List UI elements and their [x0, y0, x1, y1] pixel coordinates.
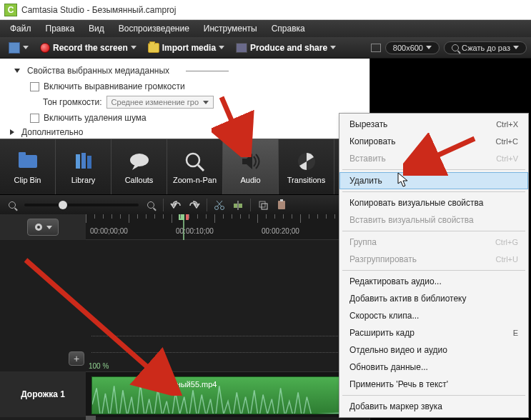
menu-playback[interactable]: Воспроизведение: [113, 22, 195, 35]
chevron-down-icon: [131, 46, 137, 49]
record-icon: [40, 43, 50, 53]
tab-transitions[interactable]: Transitions: [279, 139, 334, 194]
svg-rect-16: [259, 201, 265, 207]
split-button[interactable]: [232, 199, 244, 211]
ctx-item: Вставить визуальный свойства: [339, 211, 528, 229]
noise-removal-label: Включить удаления шума: [44, 113, 147, 123]
tab-library[interactable]: Library: [56, 139, 111, 194]
ctx-shortcut: Ctrl+U: [496, 255, 518, 264]
collapse-icon[interactable]: [14, 69, 20, 73]
zoom-in-icon[interactable]: [144, 199, 157, 211]
speaker-icon: [239, 151, 262, 172]
tab-label: Audio: [240, 176, 260, 184]
menu-help[interactable]: Справка: [266, 22, 311, 35]
record-label: Record the screen: [53, 43, 128, 53]
save-button[interactable]: [4, 40, 33, 56]
tab-zoom-pan[interactable]: Zoom-n-Pan: [167, 139, 223, 194]
ruler-time-1: 00:00:10;00: [176, 227, 214, 235]
main-toolbar: Record the screen Import media Produce a…: [0, 37, 531, 59]
ctx-label: Скорость клипа...: [349, 311, 419, 321]
ctx-item[interactable]: Копировать визуальные свойства: [339, 194, 528, 211]
svg-rect-4: [87, 156, 91, 169]
noise-removal-checkbox[interactable]: [30, 114, 39, 123]
menu-view[interactable]: Вид: [83, 22, 110, 35]
import-button[interactable]: Import media: [144, 41, 229, 55]
redo-button[interactable]: [188, 199, 201, 211]
ctx-item: РазгруппироватьCtrl+U: [339, 251, 528, 268]
preview-size-label: 800x600: [393, 44, 423, 52]
svg-rect-17: [262, 204, 267, 209]
menu-tools[interactable]: Инструменты: [198, 22, 263, 35]
chevron-down-icon: [426, 46, 432, 49]
volume-leveling-checkbox[interactable]: [30, 82, 39, 91]
zoom-slider[interactable]: [24, 204, 139, 206]
cut-button[interactable]: [213, 199, 226, 211]
ctx-label: Копировать визуальные свойства: [349, 198, 483, 208]
track-name: Дорожка 1: [21, 389, 65, 399]
add-track-button[interactable]: +: [69, 351, 84, 366]
ctx-item[interactable]: Добавить актив в библиотеку: [339, 290, 528, 307]
ctx-label: Вырезать: [349, 119, 387, 129]
svg-rect-14: [239, 204, 242, 208]
ctx-label: Вставить визуальный свойства: [349, 215, 474, 225]
svg-line-7: [198, 165, 204, 171]
timeline-settings-button[interactable]: [27, 219, 59, 236]
tone-select[interactable]: Среднее изменение гро: [106, 96, 214, 109]
ctx-item[interactable]: Удалить: [339, 172, 528, 189]
chevron-down-icon: [513, 46, 519, 49]
tab-audio[interactable]: Audio: [223, 139, 279, 194]
menu-edit[interactable]: Правка: [40, 22, 81, 35]
tab-clip-bin[interactable]: Clip Bin: [0, 139, 56, 194]
volume-leveling-label: Включить выравнивание громкости: [44, 81, 185, 91]
ctx-shortcut: Ctrl+G: [495, 238, 518, 246]
zoom-percent: 100 %: [89, 362, 109, 370]
undo-button[interactable]: [169, 199, 182, 211]
track-header[interactable]: Дорожка 1: [0, 371, 86, 417]
ctx-item[interactable]: Добавить маркер звука: [339, 398, 528, 415]
ctx-item[interactable]: Применить 'Речь в текст': [339, 376, 528, 393]
tab-callouts[interactable]: Callouts: [111, 139, 167, 194]
ctx-shortcut: Ctrl+C: [496, 137, 518, 146]
ctx-item[interactable]: КопироватьCtrl+C: [339, 133, 528, 150]
svg-rect-3: [81, 153, 86, 169]
tone-value: Среднее изменение гро: [111, 98, 199, 106]
ctx-label: Вставить: [349, 154, 386, 164]
chevron-down-icon: [23, 46, 29, 49]
zoom-out-icon[interactable]: [6, 199, 19, 211]
ctx-item[interactable]: Скорость клипа...: [339, 307, 528, 324]
ctx-item[interactable]: Редактировать аудио...: [339, 273, 528, 290]
ruler-time-2: 00:00:20;00: [262, 227, 299, 235]
menubar: Файл Правка Вид Воспроизведение Инструме…: [0, 20, 531, 37]
record-button[interactable]: Record the screen: [36, 41, 141, 55]
svg-point-6: [187, 154, 199, 166]
shrink-selector[interactable]: Сжать до раз: [444, 41, 527, 54]
copy-button[interactable]: [257, 199, 269, 211]
paste-button[interactable]: [275, 199, 288, 211]
svg-point-21: [37, 226, 40, 229]
ctx-item[interactable]: Обновить данные...: [339, 359, 528, 376]
app-icon: C: [4, 4, 17, 16]
ctx-item[interactable]: ВырезатьCtrl+X: [339, 116, 528, 133]
fullscreen-icon[interactable]: [371, 44, 381, 52]
chevron-down-icon: [219, 46, 224, 49]
tone-label: Тон громкости:: [43, 97, 102, 107]
tab-label: Transitions: [287, 176, 325, 184]
expand-icon[interactable]: [10, 129, 14, 135]
chevron-down-icon: [203, 101, 209, 104]
magnifier-icon: [452, 44, 459, 51]
ctx-shortcut: Ctrl+V: [496, 154, 518, 163]
svg-rect-19: [280, 199, 283, 201]
titlebar: C Camtasia Studio - Безымянный.camproj: [0, 0, 531, 20]
menu-file[interactable]: Файл: [4, 22, 37, 35]
ctx-label: Добавить маркер звука: [349, 401, 442, 411]
svg-rect-2: [76, 154, 80, 169]
ctx-item[interactable]: Расширить кадрE: [339, 324, 528, 341]
ctx-label: Удалить: [349, 176, 382, 186]
ctx-label: Расширить кадр: [349, 328, 415, 338]
save-icon: [9, 42, 20, 54]
ctx-item[interactable]: Отдельно видео и аудио: [339, 341, 528, 359]
h-scroll-nub[interactable]: [86, 416, 96, 420]
produce-button[interactable]: Produce and share: [232, 41, 340, 55]
ctx-label: Отдельно видео и аудио: [349, 345, 447, 355]
preview-size-selector[interactable]: 800x600: [385, 41, 440, 54]
